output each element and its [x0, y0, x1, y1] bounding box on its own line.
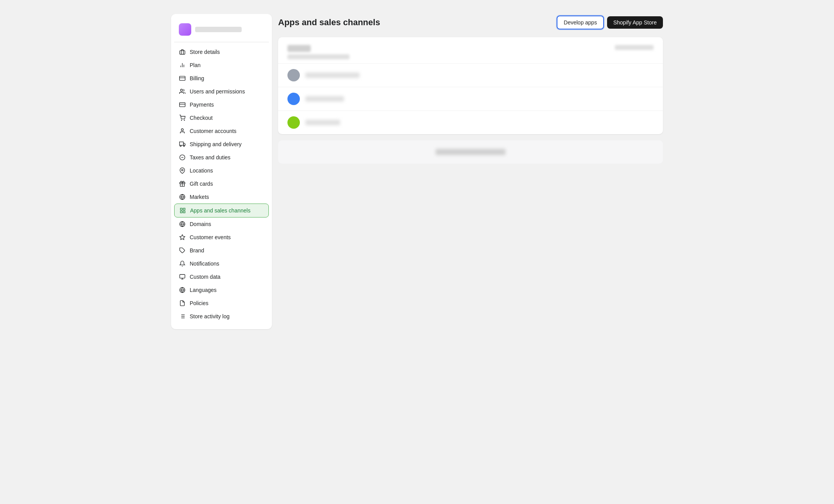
sidebar-item-label-markets: Markets: [190, 194, 209, 200]
app-section-title-blurred: [287, 45, 311, 52]
sidebar-item-label-locations: Locations: [190, 167, 213, 174]
store-details-icon: [179, 48, 186, 55]
domains-icon: [179, 221, 186, 228]
svg-rect-25: [180, 211, 182, 213]
app-icon-3: [287, 116, 300, 129]
sidebar-item-languages[interactable]: Languages: [174, 283, 269, 297]
sidebar-item-label-apps: Apps and sales channels: [190, 207, 251, 214]
brand-icon: [179, 247, 186, 254]
app-list: [278, 63, 663, 134]
shipping-icon: [179, 141, 186, 148]
svg-rect-0: [180, 51, 185, 54]
custom-data-icon: [179, 273, 186, 280]
markets-icon: [179, 193, 186, 200]
app-name-3-blurred: [305, 120, 340, 125]
svg-rect-30: [180, 274, 185, 278]
sidebar-item-store-details[interactable]: Store details: [174, 45, 269, 59]
notifications-icon: [179, 260, 186, 267]
sidebar-item-label-gift-cards: Gift cards: [190, 181, 213, 187]
sidebar-item-gift-cards[interactable]: Gift cards: [174, 177, 269, 190]
page-title: Apps and sales channels: [278, 17, 380, 28]
sidebar-item-label-billing: Billing: [190, 75, 204, 81]
sidebar-item-label-store-activity-log: Store activity log: [190, 313, 230, 319]
sidebar-item-checkout[interactable]: Checkout: [174, 111, 269, 124]
users-icon: [179, 88, 186, 95]
sidebar-item-billing[interactable]: Billing: [174, 72, 269, 85]
sidebar-item-label-brand: Brand: [190, 247, 204, 254]
sidebar-item-label-checkout: Checkout: [190, 115, 213, 121]
app-row-2[interactable]: [278, 87, 663, 110]
payments-icon: [179, 101, 186, 108]
svg-marker-28: [180, 235, 185, 240]
develop-apps-button[interactable]: Develop apps: [557, 16, 604, 29]
plan-icon: [179, 62, 186, 69]
sidebar-item-brand[interactable]: Brand: [174, 244, 269, 257]
svg-rect-4: [180, 76, 185, 81]
sidebar-item-label-notifications: Notifications: [190, 261, 219, 267]
sidebar-item-label-policies: Policies: [190, 300, 208, 306]
app-row-1[interactable]: [278, 63, 663, 87]
bottom-link-area: [278, 140, 663, 164]
app-icon-2: [287, 93, 300, 105]
sidebar-item-policies[interactable]: Policies: [174, 297, 269, 310]
sidebar-item-users-permissions[interactable]: Users and permissions: [174, 85, 269, 98]
apps-card: [278, 37, 663, 134]
svg-rect-22: [180, 208, 182, 210]
sidebar-item-label-shipping: Shipping and delivery: [190, 141, 242, 147]
sidebar-item-plan[interactable]: Plan: [174, 59, 269, 72]
sidebar-item-label-custom-data: Custom data: [190, 274, 220, 280]
sidebar-item-label-domains: Domains: [190, 221, 211, 227]
sidebar-item-custom-data[interactable]: Custom data: [174, 270, 269, 283]
sidebar-item-label-customer-accounts: Customer accounts: [190, 128, 237, 134]
app-name-2-blurred: [305, 96, 344, 102]
checkout-icon: [179, 114, 186, 121]
taxes-icon: [179, 154, 186, 161]
sidebar-item-shipping-delivery[interactable]: Shipping and delivery: [174, 138, 269, 151]
sidebar-item-notifications[interactable]: Notifications: [174, 257, 269, 270]
shopify-app-store-button[interactable]: Shopify App Store: [607, 16, 663, 29]
svg-point-8: [181, 120, 182, 120]
sidebar-item-label-users: Users and permissions: [190, 88, 245, 95]
top-bar: Apps and sales channels Develop apps Sho…: [278, 14, 663, 31]
app-section-subtitle-blurred: [287, 54, 350, 59]
sidebar-item-label-taxes: Taxes and duties: [190, 154, 230, 161]
svg-point-13: [180, 145, 181, 147]
svg-point-9: [184, 120, 185, 120]
top-actions: Develop apps Shopify App Store: [557, 16, 663, 29]
app-row-3[interactable]: [278, 110, 663, 134]
sidebar-item-label-languages: Languages: [190, 287, 216, 293]
sidebar-item-markets[interactable]: Markets: [174, 190, 269, 204]
svg-rect-24: [183, 211, 185, 213]
sidebar-item-label-customer-events: Customer events: [190, 234, 231, 240]
sidebar-item-label-store-details: Store details: [190, 49, 220, 55]
sidebar-item-label-plan: Plan: [190, 62, 201, 68]
store-name-blurred: [195, 27, 242, 32]
sidebar-item-locations[interactable]: Locations: [174, 164, 269, 177]
svg-marker-12: [183, 143, 185, 145]
apps-icon: [179, 207, 186, 214]
billing-icon: [179, 75, 186, 82]
sidebar-item-domains[interactable]: Domains: [174, 217, 269, 231]
sidebar-item-store-activity-log[interactable]: Store activity log: [174, 310, 269, 323]
sidebar-item-payments[interactable]: Payments: [174, 98, 269, 111]
app-action-blurred: [615, 45, 654, 50]
sidebar-item-taxes-duties[interactable]: Taxes and duties: [174, 151, 269, 164]
svg-rect-23: [183, 208, 185, 210]
sidebar-item-apps-sales-channels[interactable]: Apps and sales channels: [174, 204, 269, 217]
customer-accounts-icon: [179, 128, 186, 135]
svg-point-17: [182, 169, 183, 171]
sidebar-item-customer-accounts[interactable]: Customer accounts: [174, 124, 269, 138]
gift-cards-icon: [179, 180, 186, 187]
svg-point-10: [181, 129, 183, 131]
bottom-link-blurred: [436, 149, 505, 155]
languages-icon: [179, 287, 186, 293]
sidebar-item-customer-events[interactable]: Customer events: [174, 231, 269, 244]
sidebar-nav: Store details Plan Billing Users and per…: [174, 45, 269, 323]
main-content: Apps and sales channels Develop apps Sho…: [278, 14, 663, 329]
app-name-1-blurred: [305, 72, 360, 78]
svg-point-6: [180, 89, 182, 91]
svg-rect-11: [180, 142, 183, 145]
store-avatar: [179, 23, 191, 36]
apps-card-header: [278, 37, 663, 63]
policies-icon: [179, 300, 186, 307]
